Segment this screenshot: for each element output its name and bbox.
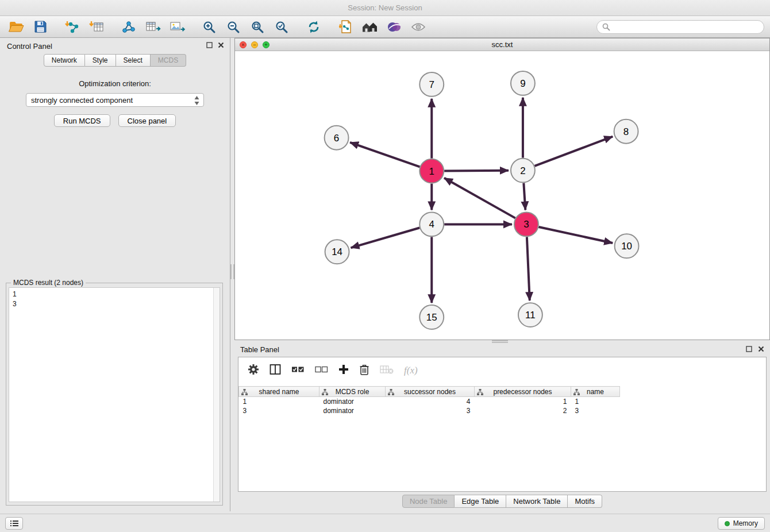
network-canvas[interactable]: 1234678910111415	[235, 51, 769, 340]
minimize-window-button[interactable]: −	[251, 41, 258, 48]
save-session-button[interactable]	[30, 18, 51, 36]
mcds-result-item[interactable]: 3	[13, 299, 210, 309]
criterion-select[interactable]: strongly connected component	[26, 93, 204, 107]
new-network-button[interactable]	[118, 18, 139, 36]
delete-table-button[interactable]	[380, 364, 394, 377]
task-history-button[interactable]	[5, 517, 23, 530]
node-11[interactable]: 11	[518, 303, 542, 327]
import-network-button[interactable]	[62, 18, 83, 36]
control-panel: Control Panel NetworkStyleSelectMCDS Opt…	[0, 38, 230, 511]
tab-style[interactable]: Style	[85, 54, 116, 67]
column-header-mcds-role[interactable]: MCDS role	[319, 387, 386, 397]
zoom-window-button[interactable]: +	[263, 41, 270, 48]
table-cell[interactable]: 3	[386, 406, 475, 415]
search-input[interactable]	[614, 22, 759, 32]
table-row[interactable]: 1dominator411	[239, 397, 620, 406]
export-table-button[interactable]	[143, 18, 163, 36]
zoom-in-button[interactable]	[199, 18, 220, 36]
mcds-result-scrollbar[interactable]	[213, 288, 220, 502]
table-cell[interactable]: dominator	[319, 406, 386, 415]
show-columns-button[interactable]	[270, 364, 281, 377]
network-window-titlebar[interactable]: × − + scc.txt	[235, 38, 769, 51]
edge-3-1[interactable]	[444, 178, 515, 218]
close-panel-icon[interactable]	[218, 42, 224, 48]
node-7[interactable]: 7	[419, 72, 444, 97]
node-2[interactable]: 2	[511, 159, 535, 183]
node-1[interactable]: 1	[419, 159, 444, 183]
home-view-button[interactable]	[360, 18, 380, 36]
edge-4-14[interactable]	[351, 228, 420, 248]
edge-1-6[interactable]	[350, 142, 419, 167]
export-image-button[interactable]	[167, 18, 187, 36]
network-graph[interactable]: 1234678910111415	[235, 51, 769, 340]
refresh-button[interactable]	[303, 18, 324, 36]
main-toolbar	[0, 16, 770, 38]
select-all-button[interactable]	[291, 364, 305, 377]
edge-1-2[interactable]	[444, 171, 509, 171]
column-header-label: MCDS role	[336, 388, 369, 396]
view-tools-group	[336, 18, 429, 36]
table-row[interactable]: 3dominator323	[239, 406, 620, 415]
tab-edge-table[interactable]: Edge Table	[455, 495, 506, 508]
tab-network-table[interactable]: Network Table	[506, 495, 568, 508]
table-cell[interactable]: dominator	[319, 397, 386, 406]
close-table-panel-icon[interactable]	[758, 346, 764, 352]
zoom-out-icon	[226, 20, 240, 34]
edge-2-3[interactable]	[523, 183, 525, 210]
deselect-all-button[interactable]	[315, 364, 328, 377]
column-header-predecessor-nodes[interactable]: predecessor nodes	[475, 387, 571, 397]
delete-column-button[interactable]	[359, 364, 369, 378]
table-cell[interactable]: 4	[386, 397, 475, 406]
toggle-details-button[interactable]	[408, 18, 429, 36]
table-cell[interactable]: 3	[239, 406, 319, 415]
node-6[interactable]: 6	[325, 126, 349, 150]
import-table-button[interactable]	[86, 18, 107, 36]
tab-select[interactable]: Select	[116, 54, 151, 67]
style-button[interactable]	[384, 18, 405, 36]
column-header-name[interactable]: name	[571, 387, 620, 397]
run-mcds-button[interactable]: Run MCDS	[54, 114, 110, 127]
close-panel-button[interactable]: Close panel	[118, 114, 176, 127]
optimization-criterion-label: Optimization criterion:	[0, 79, 230, 88]
node-8[interactable]: 8	[614, 119, 638, 144]
create-column-button[interactable]	[338, 364, 349, 377]
mcds-result-item[interactable]: 1	[13, 290, 210, 299]
node-14[interactable]: 14	[325, 240, 349, 264]
import-table-icon	[89, 20, 104, 34]
column-type-icon	[388, 389, 394, 397]
float-table-panel-icon[interactable]	[746, 346, 752, 352]
column-header-shared-name[interactable]: shared name	[239, 387, 319, 397]
open-session-button[interactable]	[6, 18, 26, 36]
node-3[interactable]: 3	[514, 212, 538, 236]
table-cell[interactable]: 1	[475, 397, 571, 406]
zoom-fit-button[interactable]	[247, 18, 268, 36]
table-cell[interactable]: 3	[571, 406, 620, 415]
node-4[interactable]: 4	[419, 212, 444, 236]
vertical-splitter-handle[interactable]	[230, 264, 234, 279]
table-cell[interactable]: 2	[475, 406, 571, 415]
edge-3-10[interactable]	[538, 227, 613, 243]
close-window-button[interactable]: ×	[240, 41, 247, 48]
tab-node-table[interactable]: Node Table	[402, 495, 455, 508]
memory-button[interactable]: Memory	[718, 517, 765, 530]
table-settings-button[interactable]	[248, 364, 259, 377]
search-box[interactable]	[596, 20, 764, 34]
network-from-selection-button[interactable]	[336, 18, 356, 36]
node-9[interactable]: 9	[511, 71, 535, 95]
column-header-label: predecessor nodes	[493, 388, 552, 396]
tab-motifs[interactable]: Motifs	[568, 495, 602, 508]
function-builder-button[interactable]: f(x)	[404, 365, 418, 376]
trash-icon	[359, 364, 369, 376]
column-header-successor-nodes[interactable]: successor nodes	[386, 387, 475, 397]
node-10[interactable]: 10	[615, 234, 639, 258]
table-cell[interactable]: 1	[571, 397, 620, 406]
table-cell[interactable]: 1	[239, 397, 319, 406]
edge-3-11[interactable]	[527, 237, 530, 300]
edge-2-8[interactable]	[534, 137, 613, 166]
float-panel-icon[interactable]	[206, 42, 213, 48]
tab-network[interactable]: Network	[44, 54, 85, 67]
zoom-selected-button[interactable]	[271, 18, 292, 36]
zoom-out-button[interactable]	[223, 18, 244, 36]
tab-mcds[interactable]: MCDS	[151, 54, 186, 67]
node-15[interactable]: 15	[419, 305, 444, 329]
